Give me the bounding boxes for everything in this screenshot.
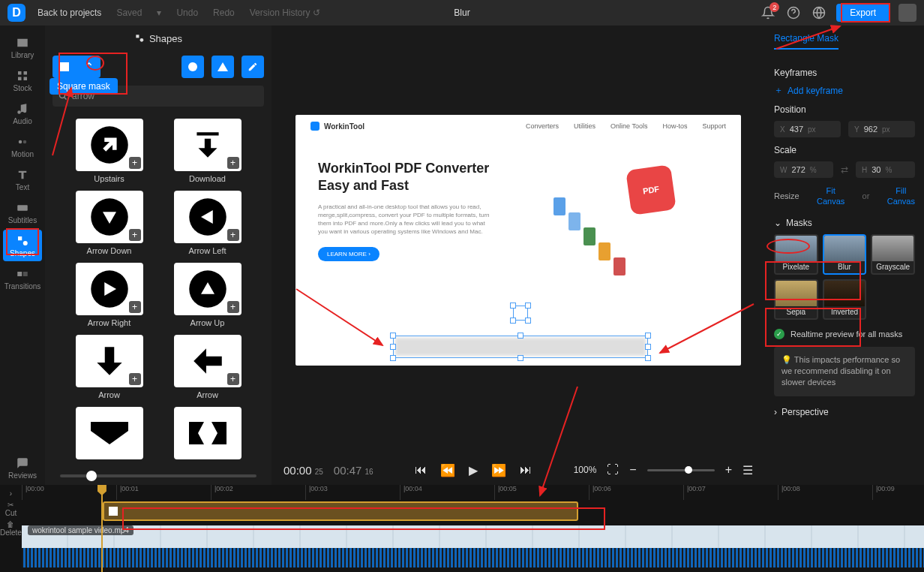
sidebar-item-stock[interactable]: Stock <box>3 65 42 96</box>
add-icon[interactable]: + <box>129 157 141 169</box>
masks-section-toggle[interactable]: ⌄ Masks <box>774 218 915 228</box>
user-avatar[interactable] <box>898 4 916 22</box>
pen-tool[interactable] <box>242 56 264 78</box>
current-time: 00:00 25 <box>284 464 323 477</box>
back-button[interactable]: Back to projects <box>30 8 109 18</box>
sidebar-item-motion[interactable]: Motion <box>3 131 42 162</box>
skip-start-icon[interactable]: ⏮ <box>415 463 427 477</box>
mask-blur[interactable]: Blur <box>823 234 867 275</box>
add-icon[interactable]: + <box>129 301 141 313</box>
shape-download[interactable]: +Download <box>166 119 249 183</box>
zoom-out-icon[interactable]: − <box>629 463 636 477</box>
shape-arrow-1[interactable]: +Arrow <box>68 335 151 399</box>
zoom-value: 100% <box>574 465 597 475</box>
shape-upstairs[interactable]: +Upstairs <box>68 119 151 183</box>
mask-grayscale[interactable]: Grayscale <box>871 234 915 275</box>
scale-h-input[interactable]: H30% <box>856 161 915 178</box>
fill-canvas-button[interactable]: Fill Canvas <box>887 185 915 207</box>
svg-point-6 <box>23 241 28 245</box>
rewind-icon[interactable]: ⏪ <box>440 463 455 477</box>
play-icon[interactable]: ▶ <box>469 463 478 477</box>
shape-arrow-2[interactable]: +Arrow <box>166 335 249 399</box>
timeline-ruler[interactable]: |00:00|00:01|00:02|00:03|00:04|00:05|00:… <box>22 485 924 500</box>
svg-rect-9 <box>136 35 139 38</box>
help-icon[interactable] <box>785 5 802 21</box>
sidebar-item-library[interactable]: Library <box>3 32 42 63</box>
add-icon[interactable]: + <box>227 229 239 241</box>
add-icon[interactable]: + <box>129 373 141 385</box>
add-icon[interactable]: + <box>129 229 141 241</box>
notifications-icon[interactable]: 2 <box>760 5 776 21</box>
sidebar-item-reviews[interactable]: Reviews <box>3 452 42 483</box>
redo-button[interactable]: Redo <box>206 8 242 18</box>
add-icon[interactable]: + <box>227 373 239 385</box>
link-icon[interactable]: ⇄ <box>841 164 848 175</box>
timeline-body[interactable]: |00:00|00:01|00:02|00:03|00:04|00:05|00:… <box>22 485 924 572</box>
shape-extra-1[interactable] <box>68 407 151 459</box>
svg-rect-7 <box>17 272 22 276</box>
mask-sepia[interactable]: Sepia <box>774 279 818 320</box>
mask-inverted[interactable]: Inverted <box>823 279 867 320</box>
forward-icon[interactable]: ⏩ <box>491 463 506 477</box>
shape-arrow-right[interactable]: +Arrow Right <box>68 263 151 327</box>
circle-tool[interactable] <box>182 56 204 78</box>
video-track[interactable]: wokrintool sample video.mp4 <box>22 525 924 548</box>
skip-end-icon[interactable]: ⏭ <box>520 463 532 477</box>
playhead[interactable] <box>101 485 103 572</box>
sidebar-item-transitions[interactable]: Transitions <box>3 263 42 294</box>
audio-track[interactable] <box>22 548 924 567</box>
perspective-section-toggle[interactable]: › Perspective <box>774 407 915 417</box>
shapes-header: Shapes <box>45 26 272 51</box>
square-mask-tooltip: Square mask <box>50 78 118 95</box>
shape-arrow-left[interactable]: +Arrow Left <box>166 191 249 255</box>
tab-rectangle-mask[interactable]: Rectangle Mask <box>774 33 838 50</box>
sidebar-item-subtitles[interactable]: Subtitles <box>3 197 42 228</box>
chevron-up-icon[interactable]: ⌃ <box>76 60 100 74</box>
timeline: › ✂Cut 🗑Delete |00:00|00:01|00:02|00:03|… <box>0 485 924 572</box>
scale-w-input[interactable]: W272% <box>774 161 833 178</box>
fullscreen-icon[interactable]: ⛶ <box>607 463 619 477</box>
position-x-input[interactable]: X437px <box>774 121 841 137</box>
add-icon[interactable]: + <box>227 157 239 169</box>
square-icon[interactable] <box>52 62 76 71</box>
position-y-input[interactable]: Y962px <box>848 121 915 137</box>
mask-clip[interactable] <box>103 501 578 521</box>
export-button[interactable]: Export <box>836 4 890 22</box>
svg-rect-4 <box>17 205 28 211</box>
history-button[interactable]: Version History ↺ <box>242 8 328 18</box>
zoom-slider[interactable] <box>647 469 715 471</box>
delete-button[interactable]: 🗑Delete <box>0 520 22 537</box>
svg-marker-13 <box>218 62 228 71</box>
undo-button[interactable]: Undo <box>169 8 206 18</box>
shape-arrow-down[interactable]: +Arrow Down <box>68 191 151 255</box>
scale-header: Scale <box>774 145 915 155</box>
saved-status: Saved <box>109 8 149 18</box>
sidebar-item-text[interactable]: Text <box>3 164 42 195</box>
realtime-preview-toggle[interactable]: ✓Realtime preview for all masks <box>774 329 915 339</box>
fit-canvas-button[interactable]: Fit Canvas <box>817 185 844 207</box>
project-title[interactable]: Blur <box>454 8 470 18</box>
add-icon[interactable]: + <box>227 301 239 313</box>
video-preview[interactable]: WorkinTool ConvertersUtilitiesOnline Too… <box>296 115 741 366</box>
svg-point-3 <box>23 140 27 143</box>
sidebar-item-audio[interactable]: Audio <box>3 98 42 129</box>
performance-hint: 💡 This impacts performance so we recomme… <box>774 347 915 396</box>
timeline-expand[interactable]: › <box>10 489 12 498</box>
zoom-in-icon[interactable]: + <box>725 463 732 477</box>
top-bar: D Back to projects Saved ▾ Undo Redo Ver… <box>0 0 924 26</box>
language-icon[interactable] <box>811 5 827 21</box>
shapes-panel: Shapes ⌃ Square mask arrow +Upstairs +Do… <box>45 26 272 485</box>
shape-extra-2[interactable] <box>166 407 249 459</box>
svg-rect-5 <box>18 236 22 240</box>
panel-scroll-slider[interactable] <box>60 474 256 477</box>
shape-arrow-up[interactable]: +Arrow Up <box>166 263 249 327</box>
saved-dropdown[interactable]: ▾ <box>149 8 169 18</box>
triangle-tool[interactable] <box>212 56 234 78</box>
square-mask-tool[interactable]: ⌃ <box>52 56 100 78</box>
timeline-options-icon[interactable]: ☰ <box>742 463 753 477</box>
mask-pixelate[interactable]: Pixelate <box>774 234 818 275</box>
mask-selection[interactable] <box>393 336 648 358</box>
sidebar-item-shapes[interactable]: Shapes <box>3 230 42 261</box>
add-keyframe-button[interactable]: ＋Add keyframe <box>774 84 915 97</box>
cut-button[interactable]: ✂Cut <box>5 501 17 517</box>
